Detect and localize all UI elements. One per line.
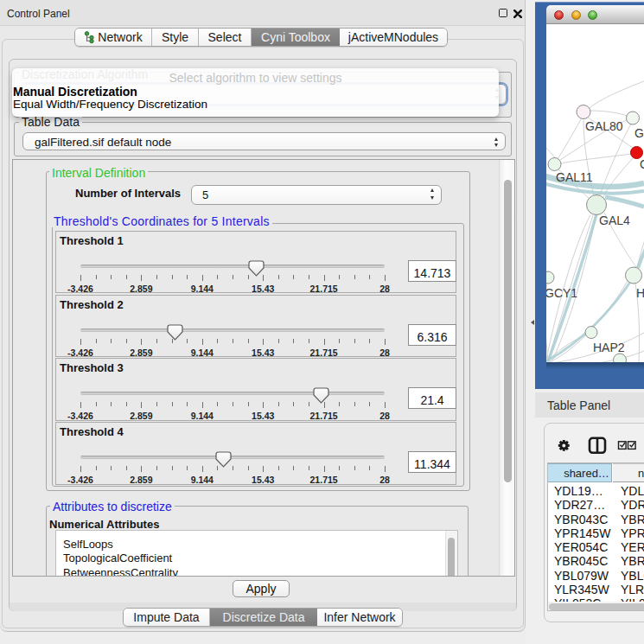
svg-text:GAL80: GAL80 xyxy=(585,119,623,133)
svg-text:H: H xyxy=(636,286,644,300)
svg-text:GCY1: GCY1 xyxy=(546,286,577,300)
svg-text:GA: GA xyxy=(634,126,644,140)
svg-text:GA: GA xyxy=(640,157,644,171)
svg-text:GAL11: GAL11 xyxy=(556,170,593,184)
svg-text:HAP2: HAP2 xyxy=(593,341,625,354)
svg-text:GAL4: GAL4 xyxy=(599,214,630,227)
